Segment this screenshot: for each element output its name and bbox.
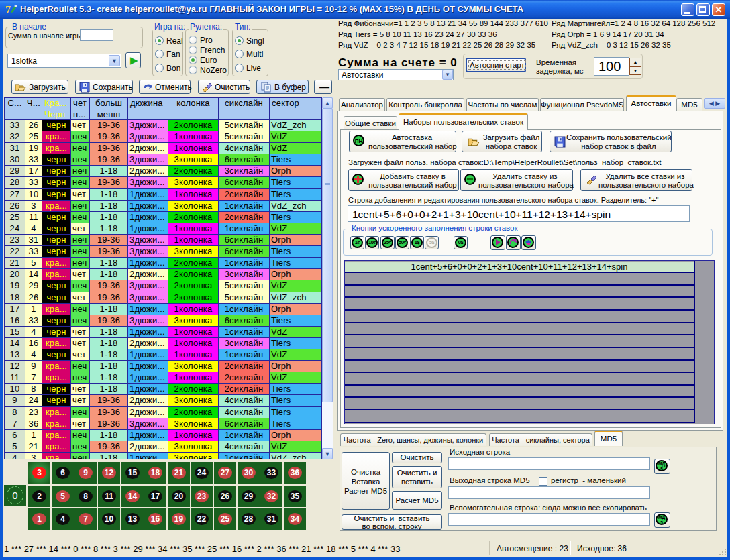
svg-text:7: 7 [5, 4, 11, 15]
